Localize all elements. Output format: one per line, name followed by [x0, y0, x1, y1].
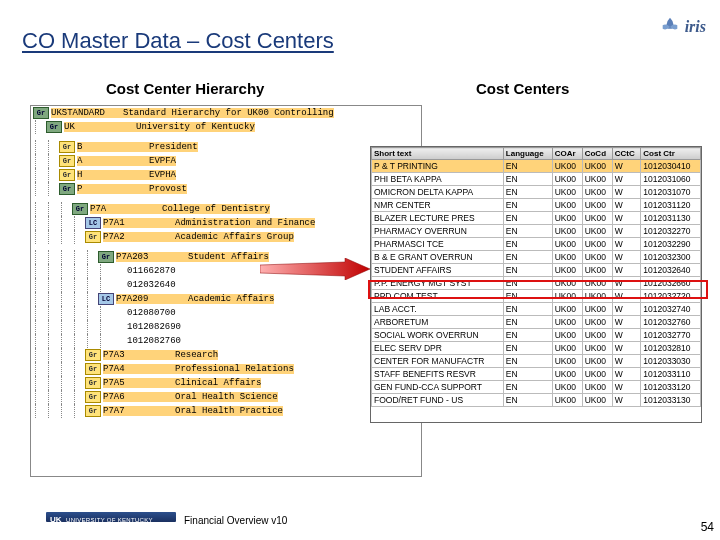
table-cell: EN — [503, 303, 552, 316]
hierarchy-row[interactable]: 1012082690 — [31, 320, 421, 334]
table-cell: UK00 — [582, 368, 612, 381]
table-cell: W — [612, 342, 641, 355]
hierarchy-row[interactable]: 011662870 — [31, 264, 421, 278]
tree-badge: Gr — [85, 377, 101, 389]
hierarchy-desc: President — [149, 142, 198, 152]
table-row[interactable]: PHI BETA KAPPAENUK00UK00W1012031060 — [372, 173, 701, 186]
table-cell: UK00 — [552, 238, 582, 251]
table-row[interactable]: P & T PRINTINGENUK00UK00W1012030410 — [372, 160, 701, 173]
table-row[interactable]: GEN FUND-CCA SUPPORTENUK00UK00W101203312… — [372, 381, 701, 394]
hierarchy-row[interactable]: GrUKSTANDARDStandard Hierarchy for UK00 … — [31, 106, 421, 120]
table-cell: UK00 — [552, 199, 582, 212]
hierarchy-row[interactable]: GrPProvost — [31, 182, 421, 196]
hierarchy-row[interactable]: GrP7A203Student Affairs — [31, 250, 421, 264]
table-row[interactable]: ELEC SERV DPRENUK00UK00W1012032810 — [372, 342, 701, 355]
table-cell: LAB ACCT. — [372, 303, 504, 316]
subtitle-costcenters: Cost Centers — [476, 80, 569, 97]
hierarchy-code: H — [77, 170, 149, 180]
table-cell: UK00 — [582, 160, 612, 173]
table-row[interactable]: P.P. ENERGY MGT SYSTENUK00UK00W101203266… — [372, 277, 701, 290]
table-cell: FOOD/RET FUND - US — [372, 394, 504, 407]
hierarchy-desc: Academic Affairs Group — [175, 232, 294, 242]
table-cell: UK00 — [552, 173, 582, 186]
tree-badge: Gr — [33, 107, 49, 119]
table-row[interactable]: PHARMASCI TCEENUK00UK00W1012032290 — [372, 238, 701, 251]
table-row[interactable]: B & E GRANT OVERRUNENUK00UK00W1012032300 — [372, 251, 701, 264]
table-cell: EN — [503, 342, 552, 355]
tree-badge: LC — [85, 217, 101, 229]
table-row[interactable]: CENTER FOR MANUFACTRENUK00UK00W101203303… — [372, 355, 701, 368]
table-row[interactable]: STAFF BENEFITS RESVRENUK00UK00W101203311… — [372, 368, 701, 381]
hierarchy-row[interactable]: GrUKUniversity of Kentucky — [31, 120, 421, 134]
hierarchy-row[interactable]: 012080700 — [31, 306, 421, 320]
table-cell: UK00 — [582, 199, 612, 212]
table-row[interactable]: FOOD/RET FUND - USENUK00UK00W1012033130 — [372, 394, 701, 407]
table-cell: W — [612, 329, 641, 342]
table-cell: PPD COM TEST — [372, 290, 504, 303]
hierarchy-code: B — [77, 142, 149, 152]
table-cell: 1012032660 — [641, 277, 701, 290]
hierarchy-desc: Professional Relations — [175, 364, 294, 374]
table-cell: UK00 — [552, 251, 582, 264]
table-cell: W — [612, 173, 641, 186]
table-header[interactable]: Language — [503, 148, 552, 160]
table-row[interactable]: PPD COM TESTENUK00UK00W1012032720 — [372, 290, 701, 303]
table-cell: UK00 — [552, 381, 582, 394]
table-cell: EN — [503, 368, 552, 381]
table-cell: UK00 — [552, 225, 582, 238]
table-row[interactable]: ARBORETUMENUK00UK00W1012032760 — [372, 316, 701, 329]
table-row[interactable]: STUDENT AFFAIRSENUK00UK00W1012032640 — [372, 264, 701, 277]
table-cell: W — [612, 199, 641, 212]
table-cell: 1012032640 — [641, 264, 701, 277]
table-cell: UK00 — [552, 186, 582, 199]
hierarchy-row[interactable]: GrP7A5Clinical Affairs — [31, 376, 421, 390]
hierarchy-desc: Oral Health Science — [175, 392, 278, 402]
hierarchy-row[interactable]: GrHEVPHA — [31, 168, 421, 182]
table-cell: UK00 — [582, 381, 612, 394]
table-cell: UK00 — [552, 277, 582, 290]
hierarchy-row[interactable]: LCP7A1Administration and Finance — [31, 216, 421, 230]
tree-badge: Gr — [85, 391, 101, 403]
hierarchy-row[interactable]: GrP7A6Oral Health Science — [31, 390, 421, 404]
table-row[interactable]: PHARMACY OVERRUNENUK00UK00W1012032270 — [372, 225, 701, 238]
hierarchy-row[interactable]: 1012082760 — [31, 334, 421, 348]
table-cell: W — [612, 394, 641, 407]
table-row[interactable]: BLAZER LECTURE PRESENUK00UK00W1012031130 — [372, 212, 701, 225]
table-cell: 1012032270 — [641, 225, 701, 238]
hierarchy-row[interactable]: LCP7A209Academic Affairs — [31, 292, 421, 306]
table-cell: EN — [503, 160, 552, 173]
table-cell: EN — [503, 277, 552, 290]
table-cell: W — [612, 212, 641, 225]
hierarchy-desc: Student Affairs — [188, 252, 269, 262]
cost-centers-table: Short textLanguageCOArCoCdCCtCCost Ctr P… — [370, 146, 702, 423]
hierarchy-row[interactable]: GrP7A2Academic Affairs Group — [31, 230, 421, 244]
table-cell: EN — [503, 238, 552, 251]
table-cell: CENTER FOR MANUFACTR — [372, 355, 504, 368]
table-cell: UK00 — [552, 160, 582, 173]
hierarchy-row[interactable]: GrP7ACollege of Dentistry — [31, 202, 421, 216]
table-cell: UK00 — [582, 290, 612, 303]
table-header[interactable]: CCtC — [612, 148, 641, 160]
hierarchy-code: 012032640 — [127, 280, 199, 290]
table-header[interactable]: Short text — [372, 148, 504, 160]
table-cell: W — [612, 368, 641, 381]
table-row[interactable]: SOCIAL WORK OVERRUNENUK00UK00W1012032770 — [372, 329, 701, 342]
table-cell: 1012032720 — [641, 290, 701, 303]
table-cell: PHARMACY OVERRUN — [372, 225, 504, 238]
table-row[interactable]: OMICRON DELTA KAPPAENUK00UK00W1012031070 — [372, 186, 701, 199]
table-header[interactable]: Cost Ctr — [641, 148, 701, 160]
hierarchy-code: UK — [64, 122, 136, 132]
hierarchy-row[interactable]: GrP7A4Professional Relations — [31, 362, 421, 376]
hierarchy-row[interactable]: GrP7A7Oral Health Practice — [31, 404, 421, 418]
table-cell: 1012032740 — [641, 303, 701, 316]
table-header[interactable]: COAr — [552, 148, 582, 160]
table-row[interactable]: NMR CENTERENUK00UK00W1012031120 — [372, 199, 701, 212]
hierarchy-row[interactable]: 012032640 — [31, 278, 421, 292]
hierarchy-row[interactable]: GrAEVPFA — [31, 154, 421, 168]
hierarchy-row[interactable]: GrBPresident — [31, 140, 421, 154]
hierarchy-row[interactable]: GrP7A3Research — [31, 348, 421, 362]
table-cell: W — [612, 303, 641, 316]
tree-badge: Gr — [59, 141, 75, 153]
table-header[interactable]: CoCd — [582, 148, 612, 160]
table-row[interactable]: LAB ACCT.ENUK00UK00W1012032740 — [372, 303, 701, 316]
